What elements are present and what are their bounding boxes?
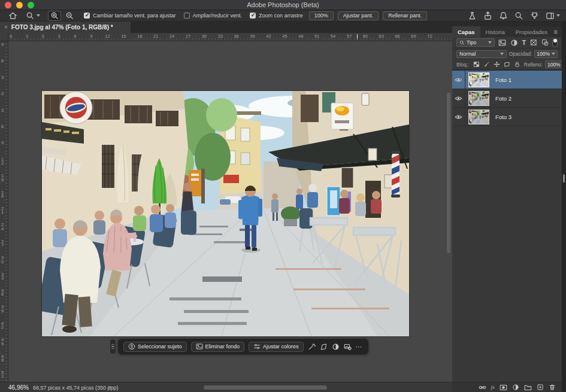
remove-background-button[interactable]: Eliminar fondo [191,342,245,352]
fill-label: Relleno: [524,62,543,68]
zoom-out-button[interactable] [63,11,76,21]
filter-type-icon[interactable]: T [522,39,526,46]
more-options-icon[interactable]: ⋯ [356,343,363,351]
layers-list: Foto 1 Foto 2 Foto 3 [452,70,562,126]
scrubby-zoom-checkbox[interactable]: Zoom con arrastre [250,13,303,19]
image-settings-icon[interactable] [344,343,352,351]
learn-bulb-icon[interactable] [530,11,539,20]
opacity-value-box[interactable]: 100% [534,50,558,58]
filter-toggle-switch[interactable] [552,38,558,47]
layer-row-foto2[interactable]: Foto 2 [452,89,562,108]
home-icon [8,11,17,20]
notifications-bell-icon[interactable] [499,11,508,20]
fill-screen-button[interactable]: Rellenar pant. [383,11,427,20]
zoom-in-button[interactable] [48,11,61,21]
zoom-all-windows-checkbox[interactable]: Ampliar/reducir vent. [184,13,243,19]
lock-transparency-icon[interactable] [473,61,480,68]
blend-mode-row: Normal Opacidad: 100% [452,48,562,59]
panel-dock-handle[interactable] [563,174,565,183]
vertical-ruler[interactable]: 96303691 21 51 82 12 42 73 03 33 63 94 2… [0,41,8,382]
workspace-switcher[interactable] [546,11,560,20]
layer-row-foto1[interactable]: Foto 1 [452,71,562,89]
layer-thumbnail[interactable] [468,110,489,124]
adjustment-layer-icon[interactable] [512,384,519,391]
ruler-cursor-indicator [357,34,358,40]
tab-propiedades[interactable]: Propiedades [510,26,553,37]
layer-visibility-toggle[interactable] [452,89,465,108]
filter-smartobject-icon[interactable] [541,39,549,46]
checkbox-checked [250,13,256,19]
layer-thumbnail[interactable] [468,72,489,87]
eye-icon [455,113,462,121]
sliders-icon [253,343,261,350]
layer-name[interactable]: Foto 1 [495,77,511,83]
person-icon [128,343,135,350]
zoom-100-button[interactable]: 100% [309,11,334,20]
chevron-down-icon [556,14,560,17]
checkbox-label: Zoom con arrastre [259,13,303,19]
resize-window-checkbox[interactable]: Cambiar tamaño vent. para ajustar [84,13,176,19]
lock-row: Bloq.: Relleno: 100% [452,59,562,70]
fit-screen-button[interactable]: Ajustar pant. [338,11,379,20]
status-zoom-level[interactable]: 46,96% [8,384,29,391]
select-subject-button[interactable]: Seleccionar sujeto [123,342,187,352]
eye-icon [455,76,462,84]
status-expand-icon[interactable]: > [108,384,111,390]
magnifier-icon [26,11,35,20]
lock-pixels-brush-icon[interactable] [483,61,490,68]
zoom-out-icon [65,11,74,20]
blend-mode-select[interactable]: Normal [456,50,507,58]
zoom-in-icon [50,11,59,20]
horizontal-scrollbar-thumb[interactable] [204,385,327,390]
filter-pixel-icon[interactable] [498,39,506,47]
tab-historia[interactable]: Historia [480,26,510,37]
search-icon[interactable] [514,11,523,20]
filter-adjustment-icon[interactable] [510,39,518,47]
taskbar-drag-handle[interactable] [110,339,116,354]
layer-mask-icon[interactable] [500,384,507,391]
vertical-scrollbar[interactable] [446,41,452,382]
new-group-folder-icon[interactable] [524,384,532,391]
canvas-area[interactable] [8,41,452,382]
panel-menu-icon[interactable]: ≡ [554,26,558,37]
lock-artboard-icon[interactable] [504,61,510,68]
link-layers-icon[interactable] [479,384,486,391]
lock-position-move-icon[interactable] [494,61,500,68]
tab-capas[interactable]: Capas [452,26,480,37]
fill-value: 100% [547,62,561,68]
collapsed-panel-dock[interactable] [562,22,566,392]
adjust-colors-button[interactable]: Ajustar colores [249,342,304,352]
filter-shape-icon[interactable] [530,39,537,46]
layer-visibility-toggle[interactable] [452,108,465,126]
document-tab[interactable]: × FOTO 3.jpg al 47% (Foto 1, RGB/8) * [0,22,131,33]
horizontal-ruler[interactable]: 6303691215182124273033363942454851545760… [8,33,452,41]
layer-effects-icon[interactable]: fx [491,384,495,390]
magic-wand-icon[interactable] [308,343,316,351]
beta-flask-icon[interactable] [468,11,477,20]
document-tab-bar: × FOTO 3.jpg al 47% (Foto 1, RGB/8) * [0,22,452,33]
layer-name[interactable]: Foto 2 [495,95,511,102]
layer-thumbnail[interactable] [468,91,489,106]
eye-icon [455,95,462,102]
chevron-down-icon [552,53,555,55]
panel-tab-bar: Capas Historia Propiedades ≡ [452,26,562,37]
adjust-colors-label: Ajustar colores [263,344,299,350]
contextual-taskbar: Seleccionar sujeto Eliminar fondo Ajusta… [110,339,368,354]
layer-row-foto3[interactable]: Foto 3 [452,108,562,126]
lock-all-icon[interactable] [514,61,520,68]
select-subject-label: Seleccionar sujeto [138,344,182,350]
zoom-tool-button[interactable] [24,11,42,21]
delete-layer-trash-icon[interactable] [549,384,556,391]
home-button[interactable] [6,11,19,21]
close-tab-icon[interactable]: × [4,24,8,31]
canvas-image[interactable] [42,91,409,336]
layer-filter-dropdown[interactable]: Tipo [456,38,495,47]
vertical-scrollbar-thumb[interactable] [447,93,450,253]
blend-mode-value: Normal [459,51,500,57]
transform-icon[interactable] [320,343,328,351]
adjustment-icon[interactable] [332,343,340,351]
share-icon[interactable] [483,11,492,20]
layer-visibility-toggle[interactable] [452,71,465,89]
layer-name[interactable]: Foto 3 [495,114,511,120]
new-layer-icon[interactable] [537,384,544,391]
